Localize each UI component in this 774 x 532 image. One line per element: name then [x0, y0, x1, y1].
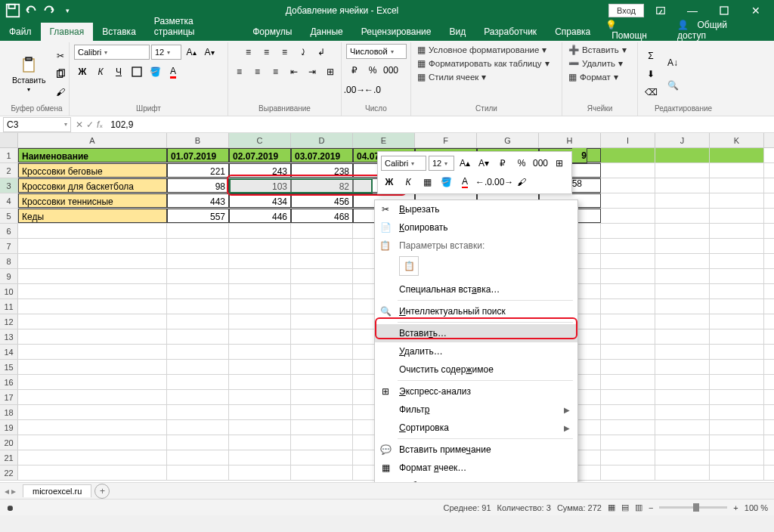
- col-header[interactable]: I: [601, 133, 655, 147]
- cell[interactable]: [291, 450, 353, 465]
- mini-comma-icon[interactable]: 000: [532, 155, 549, 172]
- redo-icon[interactable]: [41, 2, 57, 19]
- cell[interactable]: [710, 435, 764, 450]
- row-header[interactable]: 6: [0, 224, 18, 238]
- cells-insert[interactable]: ➕ Вставить ▾: [567, 44, 628, 56]
- cell[interactable]: [291, 299, 353, 314]
- clear-icon[interactable]: ⌫: [642, 84, 659, 101]
- cell[interactable]: [229, 284, 291, 298]
- format-as-table[interactable]: ▦ Форматировать как таблицу ▾: [416, 57, 551, 70]
- row-header[interactable]: 22: [0, 466, 18, 480]
- cell[interactable]: [655, 314, 710, 329]
- cell[interactable]: [710, 329, 764, 344]
- row-header[interactable]: 10: [0, 284, 18, 298]
- cell[interactable]: [291, 466, 353, 480]
- ctx-clear[interactable]: Очистить содержимое: [375, 360, 577, 379]
- row-header[interactable]: 8: [0, 254, 18, 268]
- cell[interactable]: [710, 405, 764, 419]
- cell[interactable]: [291, 390, 353, 404]
- italic-icon[interactable]: К: [92, 63, 109, 80]
- cell[interactable]: [18, 254, 167, 268]
- mini-percent-icon[interactable]: %: [513, 155, 530, 172]
- ctx-quick-analysis[interactable]: ⊞Экспресс-анализ: [375, 382, 577, 401]
- cell[interactable]: [167, 224, 229, 238]
- cut-icon[interactable]: ✂: [52, 48, 69, 64]
- cell[interactable]: 456: [291, 193, 353, 208]
- cell[interactable]: [18, 466, 167, 480]
- row-header[interactable]: 12: [0, 314, 18, 329]
- cell[interactable]: Кеды: [18, 209, 167, 223]
- cell[interactable]: [710, 390, 764, 404]
- cell[interactable]: [601, 178, 655, 193]
- cell[interactable]: [229, 239, 291, 253]
- formula-input[interactable]: 102,9: [107, 119, 774, 130]
- cell[interactable]: [291, 360, 353, 374]
- col-header[interactable]: K: [710, 133, 764, 147]
- fx-icon[interactable]: fₓ: [97, 119, 103, 130]
- orientation-icon[interactable]: ⤸: [295, 44, 311, 60]
- cell[interactable]: [601, 163, 655, 178]
- cell[interactable]: [710, 420, 764, 435]
- ctx-smart-lookup[interactable]: 🔍Интеллектуальный поиск: [375, 302, 577, 320]
- cells-format[interactable]: ▦ Формат ▾: [567, 71, 620, 83]
- qat-customize-icon[interactable]: ▾: [59, 2, 76, 19]
- cell[interactable]: [655, 450, 710, 465]
- col-header[interactable]: B: [167, 133, 229, 147]
- cell[interactable]: [18, 269, 167, 283]
- row-header[interactable]: 4: [0, 193, 18, 208]
- cell[interactable]: [601, 405, 655, 419]
- col-header[interactable]: C: [229, 133, 291, 147]
- number-format-combo[interactable]: Числовой▾: [346, 44, 407, 59]
- cell[interactable]: [18, 224, 167, 238]
- cell[interactable]: [229, 314, 291, 329]
- cell[interactable]: [167, 390, 229, 404]
- cell-h3[interactable]: 58: [559, 178, 582, 189]
- cell[interactable]: 02.07.2019: [229, 148, 291, 162]
- row-header[interactable]: 16: [0, 375, 18, 389]
- sheet-nav-icons[interactable]: ◂ ▸: [5, 486, 16, 496]
- ctx-pick-list[interactable]: Выбрать из раскрывающегося списка…: [375, 477, 577, 482]
- row-header[interactable]: 1: [0, 148, 18, 162]
- cell[interactable]: [655, 269, 710, 283]
- paste-option-default[interactable]: 📋: [399, 256, 419, 276]
- decrease-indent-icon[interactable]: ⇤: [286, 63, 302, 80]
- cell[interactable]: [655, 178, 710, 193]
- cell[interactable]: 443: [167, 193, 229, 208]
- row-header[interactable]: 17: [0, 390, 18, 404]
- mini-size-combo[interactable]: 12▾: [429, 156, 454, 171]
- cell[interactable]: 557: [167, 209, 229, 223]
- cell[interactable]: [655, 329, 710, 344]
- cell[interactable]: [291, 405, 353, 419]
- tab-developer[interactable]: Разработчик: [475, 23, 546, 41]
- view-break-icon[interactable]: ▥: [635, 503, 642, 512]
- format-painter-icon[interactable]: 🖌: [52, 84, 69, 101]
- cell[interactable]: [601, 284, 655, 298]
- cell[interactable]: [167, 420, 229, 435]
- cell[interactable]: [229, 299, 291, 314]
- cell[interactable]: [167, 466, 229, 480]
- cell[interactable]: [291, 269, 353, 283]
- cell[interactable]: [229, 405, 291, 419]
- cell[interactable]: [601, 314, 655, 329]
- cell[interactable]: [291, 329, 353, 344]
- row-header[interactable]: 13: [0, 329, 18, 344]
- mini-font-color-icon[interactable]: А: [457, 174, 473, 190]
- cell[interactable]: [601, 329, 655, 344]
- tab-home[interactable]: Главная: [41, 23, 94, 41]
- mini-format-painter-icon[interactable]: 🖌: [513, 174, 530, 190]
- cell[interactable]: [655, 345, 710, 359]
- cell[interactable]: [655, 405, 710, 419]
- select-all-corner[interactable]: [0, 133, 18, 147]
- align-left-icon[interactable]: ≡: [231, 63, 248, 80]
- cell[interactable]: [18, 435, 167, 450]
- row-header[interactable]: 19: [0, 420, 18, 435]
- cell[interactable]: [601, 209, 655, 223]
- cell[interactable]: Кроссовки беговые: [18, 163, 167, 178]
- ctx-delete[interactable]: Удалить…: [375, 342, 577, 360]
- cell[interactable]: [710, 360, 764, 374]
- increase-font-icon[interactable]: A▴: [183, 44, 200, 60]
- sheet-tab[interactable]: microexcel.ru: [23, 484, 91, 497]
- view-normal-icon[interactable]: ▦: [608, 503, 615, 512]
- ctx-cut[interactable]: ✂Вырезать: [375, 200, 577, 218]
- cells-delete[interactable]: ➖ Удалить ▾: [567, 57, 624, 70]
